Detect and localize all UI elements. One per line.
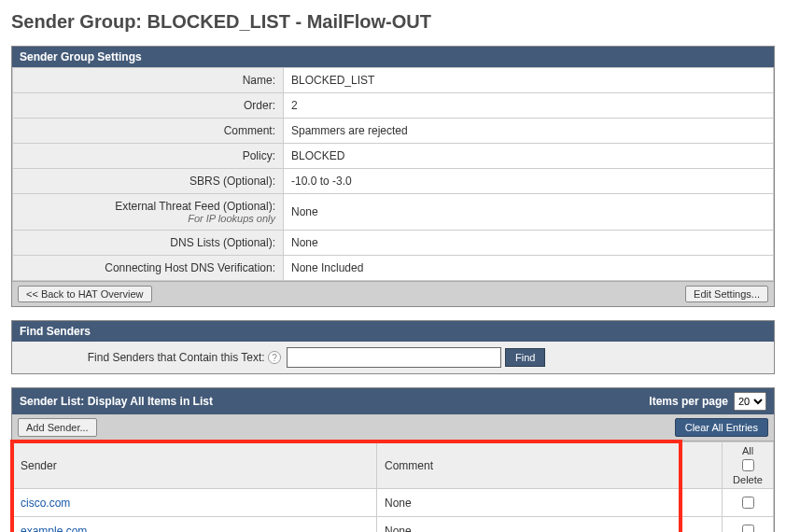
delete-cell [723,517,774,533]
etf-label: External Threat Feed (Optional): For IP … [13,194,284,231]
find-row: Find Senders that Contain this Text: ? F… [12,342,774,373]
comment-cell: None [377,489,723,517]
help-icon[interactable]: ? [268,351,281,364]
col-comment: Comment [377,442,723,489]
find-panel: Find Senders Find Senders that Contain t… [11,320,775,374]
list-top-row: Add Sender... Clear All Entries [12,414,774,441]
comment-value: Spammers are rejected [284,119,774,144]
list-header: Sender List: Display All Items in List I… [12,388,774,414]
find-label-text: Find Senders that Contain this Text: [88,351,265,364]
ipp-select[interactable]: 20 [734,392,766,411]
col-delete-text: Delete [726,474,769,485]
list-header-text: Sender List: Display All Items in List [20,395,213,408]
edit-settings-button[interactable]: Edit Settings... [685,286,768,302]
sender-cell: example.com [13,517,377,533]
chdv-value: None Included [284,256,774,281]
table-row: example.comNone [13,517,774,533]
order-value: 2 [284,93,774,119]
col-delete: All Delete [723,442,774,489]
chdv-label: Connecting Host DNS Verification: [13,256,284,281]
select-all-checkbox[interactable] [742,459,754,471]
find-button[interactable]: Find [505,348,545,367]
policy-value: BLOCKED [284,144,774,169]
sbrs-value: -10.0 to -3.0 [284,169,774,194]
page-title: Sender Group: BLOCKED_LIST - MailFlow-OU… [11,11,775,33]
dns-label: DNS Lists (Optional): [13,231,284,256]
ipp-label: Items per page [649,395,728,408]
name-label: Name: [13,68,284,93]
back-to-hat-button[interactable]: << Back to HAT Overview [18,286,152,302]
comment-cell: None [377,517,723,533]
sbrs-label: SBRS (Optional): [13,169,284,194]
delete-cell [723,489,774,517]
etf-sublabel: For IP lookups only [21,213,275,224]
sender-link[interactable]: example.com [21,525,87,533]
policy-label: Policy: [13,144,284,169]
col-sender: Sender [13,442,377,489]
sender-list-table: Sender Comment All Delete cisco.comNonee… [12,441,774,532]
settings-button-row: << Back to HAT Overview Edit Settings... [12,281,774,306]
find-input[interactable] [287,347,501,368]
settings-header: Sender Group Settings [12,47,774,67]
row-checkbox[interactable] [742,497,754,509]
etf-label-text: External Threat Feed (Optional): [115,200,275,213]
add-sender-button[interactable]: Add Sender... [18,418,97,437]
find-header: Find Senders [12,321,774,342]
etf-value: None [284,194,774,231]
sender-cell: cisco.com [13,489,377,517]
table-row: cisco.comNone [13,489,774,517]
col-all-text: All [726,445,769,456]
order-label: Order: [13,93,284,119]
items-per-page: Items per page 20 [649,392,766,411]
settings-panel: Sender Group Settings Name: BLOCKED_LIST… [11,46,775,307]
comment-label: Comment: [13,119,284,144]
settings-table: Name: BLOCKED_LIST Order: 2 Comment: Spa… [12,67,774,281]
clear-all-button[interactable]: Clear All Entries [675,418,768,437]
row-checkbox[interactable] [742,525,754,532]
sender-link[interactable]: cisco.com [21,497,70,510]
dns-value: None [284,231,774,256]
list-panel: Sender List: Display All Items in List I… [11,387,775,532]
name-value: BLOCKED_LIST [284,68,774,93]
find-label: Find Senders that Contain this Text: ? [20,351,287,364]
